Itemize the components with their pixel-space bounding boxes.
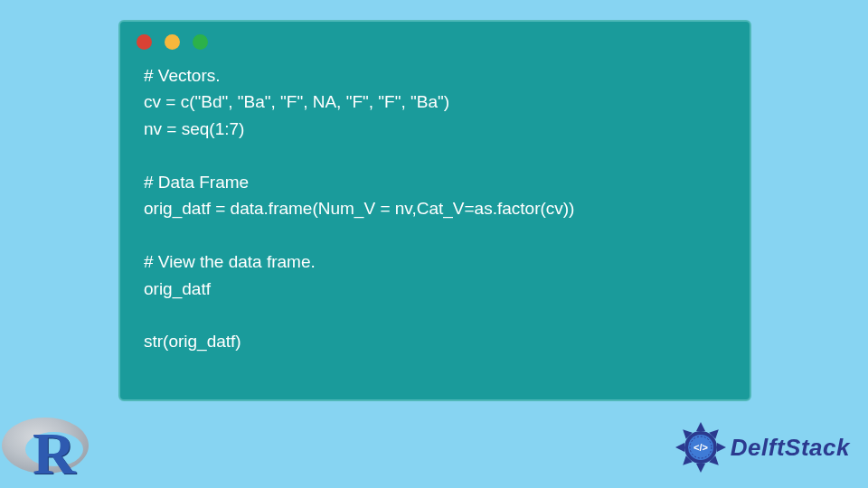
code-line: orig_datf	[144, 279, 211, 298]
r-language-logo: R	[0, 412, 99, 484]
close-icon[interactable]	[137, 34, 152, 50]
delftstack-badge-icon: </>	[675, 421, 727, 474]
maximize-icon[interactable]	[193, 34, 208, 50]
svg-marker-6	[675, 443, 684, 452]
code-window: # Vectors. cv = c("Bd", "Ba", "F", NA, "…	[118, 20, 751, 401]
svg-marker-0	[696, 422, 705, 431]
delftstack-label: DelftStack	[731, 434, 850, 462]
code-line: cv = c("Bd", "Ba", "F", NA, "F", "F", "B…	[144, 92, 449, 111]
minimize-icon[interactable]	[165, 34, 180, 50]
code-line: str(orig_datf)	[144, 332, 241, 351]
window-controls	[120, 22, 750, 55]
code-line: # Data Frame	[144, 173, 249, 192]
code-content: # Vectors. cv = c("Bd", "Ba", "F", NA, "…	[120, 55, 750, 371]
delftstack-logo: </> DelftStack	[675, 421, 850, 474]
svg-marker-4	[696, 464, 705, 473]
svg-marker-2	[717, 443, 726, 452]
code-line: # Vectors.	[144, 66, 221, 85]
code-line: # View the data frame.	[144, 252, 316, 271]
r-logo-letter: R	[33, 419, 74, 488]
code-line: nv = seq(1:7)	[144, 119, 244, 138]
svg-text:</>: </>	[693, 442, 708, 453]
code-line: orig_datf = data.frame(Num_V = nv,Cat_V=…	[144, 199, 574, 218]
